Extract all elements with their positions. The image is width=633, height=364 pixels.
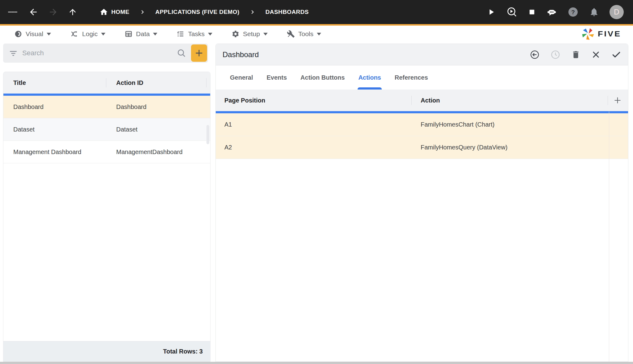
stop-icon[interactable] — [528, 8, 536, 16]
chevron-down-icon — [101, 33, 105, 36]
menu-setup[interactable]: Setup — [232, 30, 268, 38]
column-divider — [411, 96, 412, 105]
row-action-id-cell: ManagementDashboard — [106, 149, 210, 156]
chevron-right-icon — [249, 8, 256, 16]
delete-trash-icon[interactable] — [571, 50, 580, 59]
gear-icon — [232, 30, 240, 38]
menu-setup-label: Setup — [243, 30, 260, 38]
table-row[interactable]: Management Dashboard ManagementDashboard — [3, 141, 210, 163]
five-pinwheel-icon — [581, 27, 595, 41]
column-header-title[interactable]: Title — [3, 79, 106, 86]
breadcrumb-dashboards: DASHBOARDS — [266, 9, 309, 15]
back-arrow-icon[interactable] — [28, 7, 38, 17]
row-action-cell: FamilyHomesChart (Chart) — [411, 121, 607, 128]
menubar: Visual Logic Data — [0, 24, 633, 42]
tab-action-buttons[interactable]: Action Buttons — [294, 65, 351, 90]
up-arrow-icon[interactable] — [68, 7, 77, 17]
detail-tabs: General Events Action Buttons Actions Re… — [216, 65, 628, 90]
svg-text:?: ? — [571, 9, 575, 15]
horizontal-scrollbar[interactable] — [0, 362, 633, 364]
column-divider — [608, 96, 608, 105]
menu-data[interactable]: Data — [125, 30, 157, 38]
tab-general[interactable]: General — [223, 65, 260, 90]
vertical-scrollbar[interactable] — [206, 125, 209, 144]
selected-row-indicator — [216, 111, 628, 113]
chevron-down-icon — [317, 33, 321, 36]
tab-actions[interactable]: Actions — [351, 65, 388, 90]
search-icon[interactable] — [177, 48, 186, 58]
menu-tools-label: Tools — [298, 30, 313, 38]
column-header-action[interactable]: Action — [411, 97, 607, 104]
menu-tasks-label: Tasks — [188, 30, 205, 38]
search-input[interactable] — [22, 49, 177, 57]
tab-events[interactable]: Events — [260, 65, 294, 90]
notifications-bell-icon[interactable] — [589, 7, 599, 17]
detail-header: Dashboard — [216, 44, 628, 65]
page-title: Dashboard — [223, 50, 259, 59]
menu-visual-label: Visual — [26, 30, 43, 38]
table-row[interactable]: Dataset Dataset — [3, 118, 210, 141]
data-table-icon — [125, 30, 133, 38]
row-page-position-cell: A1 — [216, 121, 411, 128]
avatar-initial: D — [614, 8, 619, 16]
row-title-cell: Dashboard — [3, 103, 106, 111]
column-divider — [206, 78, 206, 87]
forward-arrow-icon[interactable] — [48, 7, 58, 17]
chevron-down-icon — [208, 33, 212, 36]
table-row[interactable]: A2 FamilyHomesQuery (DataView) — [216, 136, 628, 159]
actions-grid-header: Page Position Action — [216, 90, 628, 111]
menu-logic[interactable]: Logic — [70, 30, 105, 38]
run-preview-icon[interactable] — [506, 6, 517, 18]
record-list-panel: Title Action ID Dashboard Dashboard Data… — [3, 72, 210, 362]
add-action-button[interactable] — [607, 96, 628, 104]
row-title-cell: Management Dashboard — [3, 149, 106, 156]
tools-icon — [287, 30, 295, 38]
chevron-down-icon — [263, 33, 268, 36]
five-brand-text: FIVE — [598, 30, 621, 39]
menu-visual[interactable]: Visual — [14, 30, 51, 38]
row-action-id-cell: Dataset — [106, 126, 210, 133]
chevron-right-icon — [139, 8, 146, 16]
table-row[interactable]: Dashboard Dashboard — [3, 96, 210, 118]
menu-icon[interactable] — [8, 10, 17, 14]
column-divider — [106, 78, 106, 87]
breadcrumb-applications[interactable]: APPLICATIONS (FIVE DEMO) — [155, 9, 240, 15]
home-icon[interactable] — [100, 8, 108, 16]
table-row[interactable]: A1 FamilyHomesChart (Chart) — [216, 113, 628, 136]
tab-references[interactable]: References — [388, 65, 435, 90]
history-clock-icon — [550, 50, 560, 60]
record-list-header: Title Action ID — [3, 72, 210, 94]
chatbot-icon[interactable] — [546, 7, 557, 17]
column-header-page-position[interactable]: Page Position — [216, 97, 411, 104]
chevron-down-icon — [153, 33, 157, 36]
run-play-icon[interactable] — [486, 7, 496, 17]
filter-icon[interactable] — [9, 49, 17, 57]
chevron-down-icon — [47, 33, 51, 36]
logic-icon — [70, 30, 79, 38]
topbar: HOME APPLICATIONS (FIVE DEMO) DASHBOARDS — [0, 0, 633, 24]
selected-row-indicator — [3, 94, 210, 96]
row-title-cell: Dataset — [3, 126, 106, 133]
detail-panel: Dashboard — [215, 44, 628, 362]
user-avatar[interactable]: D — [610, 5, 624, 19]
row-page-position-cell: A2 — [216, 144, 411, 151]
go-back-circle-icon[interactable] — [530, 50, 540, 60]
help-icon[interactable]: ? — [567, 6, 579, 18]
menu-logic-label: Logic — [82, 30, 98, 38]
row-action-cell: FamilyHomesQuery (DataView) — [411, 144, 607, 151]
menu-tasks[interactable]: Tasks — [176, 30, 212, 38]
total-rows-label: Total Rows: 3 — [3, 341, 210, 362]
five-brand-logo: FIVE — [581, 27, 621, 41]
visual-icon — [14, 30, 22, 38]
column-header-action-id[interactable]: Action ID — [106, 79, 210, 86]
save-check-icon[interactable] — [611, 50, 621, 60]
close-icon[interactable] — [591, 50, 601, 59]
grid-right-divider — [609, 111, 609, 362]
breadcrumb-home[interactable]: HOME — [111, 9, 130, 15]
row-action-id-cell: Dashboard — [106, 103, 210, 111]
menu-data-label: Data — [136, 30, 150, 38]
add-record-button[interactable] — [191, 44, 207, 62]
search-bar — [3, 44, 208, 63]
tasks-checklist-icon — [176, 30, 185, 38]
menu-tools[interactable]: Tools — [287, 30, 321, 38]
